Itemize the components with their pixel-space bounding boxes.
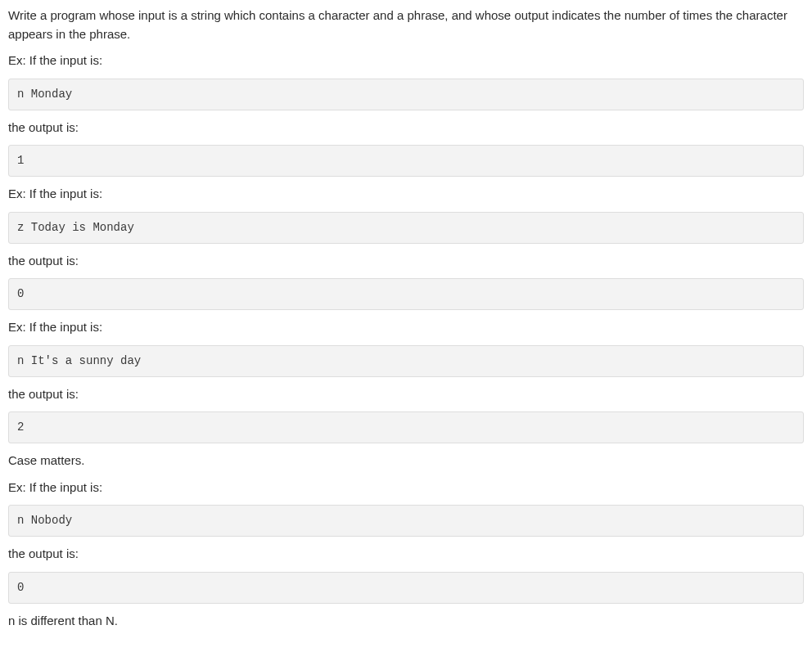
case-example-output-code: 0 xyxy=(8,572,804,604)
example-2-output-label: the output is: xyxy=(8,252,804,271)
example-3-input-code: n It's a sunny day xyxy=(8,345,804,377)
example-1-output-code: 1 xyxy=(8,145,804,177)
example-2-input-label: Ex: If the input is: xyxy=(8,185,804,204)
example-1-output-label: the output is: xyxy=(8,119,804,137)
example-2-output-code: 0 xyxy=(8,278,804,310)
example-3-input-label: Ex: If the input is: xyxy=(8,318,804,337)
case-matters-note: Case matters. xyxy=(8,452,804,470)
example-1-input-label: Ex: If the input is: xyxy=(8,52,804,70)
problem-description: Write a program whose input is a string … xyxy=(8,7,794,43)
example-1-input-code: n Monday xyxy=(8,79,804,110)
example-3-output-code: 2 xyxy=(8,411,804,443)
case-example-output-label: the output is: xyxy=(8,545,804,564)
case-example-input-code: n Nobody xyxy=(8,505,804,537)
final-note: n is different than N. xyxy=(8,612,804,631)
case-example-input-label: Ex: If the input is: xyxy=(8,479,804,497)
example-3-output-label: the output is: xyxy=(8,385,804,404)
example-2-input-code: z Today is Monday xyxy=(8,212,804,244)
